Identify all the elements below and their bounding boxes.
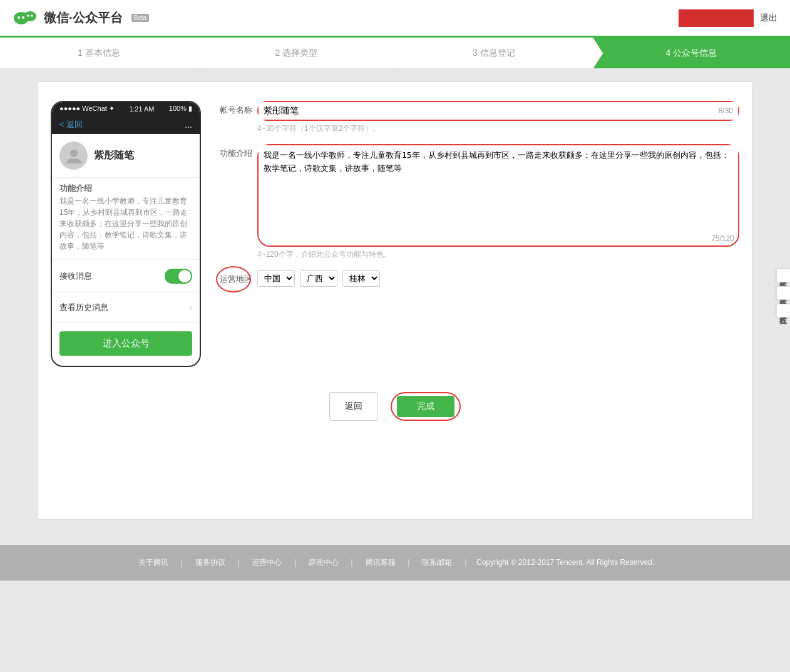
- content-box: ●●●●● WeChat ✦ 1:21 AM 100% ▮ < 返回 ...: [38, 81, 752, 520]
- region-city-select[interactable]: 桂林: [342, 270, 380, 287]
- phone-enter-button[interactable]: 进入公众号: [59, 331, 192, 356]
- phone-avatar: [59, 142, 88, 170]
- region-province-select[interactable]: 广西: [300, 270, 337, 287]
- step-2[interactable]: 2 选择类型: [198, 38, 396, 68]
- phone-divider-1: [52, 259, 200, 260]
- phone-nav-dots: ...: [185, 120, 192, 130]
- phone-nav: < 返回 ...: [52, 115, 200, 134]
- bottom-actions: 返回 完成: [51, 392, 739, 421]
- beta-badge: Beta: [131, 14, 150, 22]
- phone-divider-3: [52, 322, 200, 323]
- phone-mockup: ●●●●● WeChat ✦ 1:21 AM 100% ▮ < 返回 ...: [51, 101, 201, 367]
- form-layout: ●●●●● WeChat ✦ 1:21 AM 100% ▮ < 返回 ...: [51, 101, 739, 367]
- account-name-label: 帐号名称: [220, 101, 257, 116]
- region-row: 运营地区 中国 广西 桂林: [220, 270, 739, 287]
- logout-button[interactable]: 退出: [760, 13, 777, 24]
- phone-profile: 紫彤随笔: [52, 134, 200, 178]
- svg-point-6: [70, 150, 78, 157]
- footer-link-support[interactable]: 腾讯客服: [366, 558, 396, 567]
- footer-link-about[interactable]: 关于腾讯: [138, 558, 168, 567]
- footer-copyright: Copyright © 2012-2017 Tencent. All Right…: [476, 558, 654, 567]
- func-intro-textarea[interactable]: 我是一名一线小学教师，专注儿童教育15年，从乡村到县城再到市区，一路走来收获颇多…: [259, 145, 738, 231]
- step-4[interactable]: 4 公众号信息: [593, 38, 791, 68]
- phone-signal: ●●●●● WeChat ✦: [59, 105, 115, 113]
- region-field: 中国 广西 桂林: [257, 270, 739, 287]
- func-intro-row: 功能介绍 我是一名一线小学教师，专注儿童教育15年，从乡村到县城再到市区，一路走…: [220, 144, 739, 260]
- steps-bar: 1 基本信息 2 选择类型 3 信息登记 4 公众号信息: [0, 38, 790, 69]
- func-intro-char-count: 75/120: [259, 233, 738, 246]
- svg-point-3: [22, 16, 24, 19]
- func-intro-label: 功能介绍: [220, 144, 257, 159]
- svg-point-2: [18, 16, 20, 19]
- account-name-hint: 4~30个字符（1个汉字算2个字符）。: [257, 123, 739, 134]
- svg-point-5: [31, 14, 33, 17]
- footer: 关于腾讯 ｜ 服务协议 ｜ 运营中心 ｜ 辟谣中心 ｜ 腾讯客服 ｜ 联系邮箱 …: [0, 545, 790, 581]
- phone-receive-msg-label: 接收消息: [59, 271, 92, 282]
- side-btn-2[interactable]: 在线问答: [776, 286, 790, 300]
- region-selects: 中国 广西 桂林: [257, 270, 739, 287]
- region-country-select[interactable]: 中国: [257, 270, 295, 287]
- phone-section-label: 功能介绍: [52, 178, 200, 195]
- footer-link-service[interactable]: 服务协议: [195, 558, 225, 567]
- back-button[interactable]: 返回: [329, 392, 378, 421]
- phone-time: 1:21 AM: [129, 105, 154, 113]
- footer-link-rumor[interactable]: 辟谣中心: [309, 558, 339, 567]
- account-name-field: 8/30 4~30个字符（1个汉字算2个字符）。: [257, 101, 739, 134]
- complete-button[interactable]: 完成: [397, 396, 454, 417]
- func-intro-textarea-wrap: 我是一名一线小学教师，专注儿童教育15年，从乡村到县城再到市区，一路走来收获颇多…: [257, 144, 739, 247]
- side-btn-1[interactable]: 在线问答: [776, 269, 790, 282]
- footer-link-email[interactable]: 联系邮箱: [422, 558, 452, 567]
- footer-link-ops[interactable]: 运营中心: [252, 558, 282, 567]
- wechat-logo-icon: [13, 6, 38, 31]
- phone-status-bar: ●●●●● WeChat ✦ 1:21 AM 100% ▮: [52, 102, 200, 115]
- side-btn-3[interactable]: 在线问答: [776, 304, 790, 318]
- func-intro-hint: 4~120个字，介绍此公众号功能与特色。: [257, 249, 739, 260]
- account-name-char-count: 8/30: [719, 106, 733, 115]
- side-buttons: 在线问答 在线问答 在线问答: [776, 269, 790, 318]
- footer-links: 关于腾讯 ｜ 服务协议 ｜ 运营中心 ｜ 辟谣中心 ｜ 腾讯客服 ｜ 联系邮箱 …: [133, 558, 657, 567]
- header-left: 微信·公众平台 Beta: [13, 6, 149, 31]
- phone-divider-2: [52, 292, 200, 293]
- account-name-input-wrap: 8/30: [257, 101, 739, 121]
- account-name-row: 帐号名称 8/30 4~30个字符（1个汉字算2个字符）。: [220, 101, 739, 134]
- phone-description: 我是一名一线小学教师，专注儿童教育15年，从乡村到县城再到市区，一路走来收获颇多…: [52, 195, 200, 257]
- phone-username: 紫彤随笔: [94, 149, 134, 162]
- main-wrapper: ●●●●● WeChat ✦ 1:21 AM 100% ▮ < 返回 ...: [0, 69, 790, 532]
- step-1[interactable]: 1 基本信息: [0, 38, 198, 68]
- phone-receive-msg-row: 接收消息: [52, 262, 200, 290]
- svg-point-4: [27, 14, 29, 17]
- phone-history-label: 查看历史消息: [59, 302, 108, 313]
- phone-toggle[interactable]: [165, 269, 192, 284]
- phone-chevron-icon: ›: [189, 302, 192, 313]
- phone-battery: 100% ▮: [169, 105, 192, 113]
- complete-circle-highlight: 完成: [391, 392, 461, 421]
- header: 微信·公众平台 Beta 退出: [0, 0, 790, 38]
- form-right: 帐号名称 8/30 4~30个字符（1个汉字算2个字符）。 功能介绍: [220, 101, 739, 297]
- header-title: 微信·公众平台: [44, 9, 123, 26]
- avatar-icon: [65, 147, 83, 165]
- phone-toggle-knob: [178, 270, 191, 282]
- region-label: 运营地区: [220, 270, 257, 285]
- phone-back-button[interactable]: < 返回: [59, 119, 83, 130]
- step-3[interactable]: 3 信息登记: [395, 38, 593, 68]
- svg-point-1: [24, 11, 36, 21]
- user-badge: [679, 9, 754, 27]
- account-name-input[interactable]: [259, 102, 738, 120]
- header-right: 退出: [679, 9, 777, 27]
- phone-history-row[interactable]: 查看历史消息 ›: [52, 296, 200, 319]
- func-intro-field: 我是一名一线小学教师，专注儿童教育15年，从乡村到县城再到市区，一路走来收获颇多…: [257, 144, 739, 260]
